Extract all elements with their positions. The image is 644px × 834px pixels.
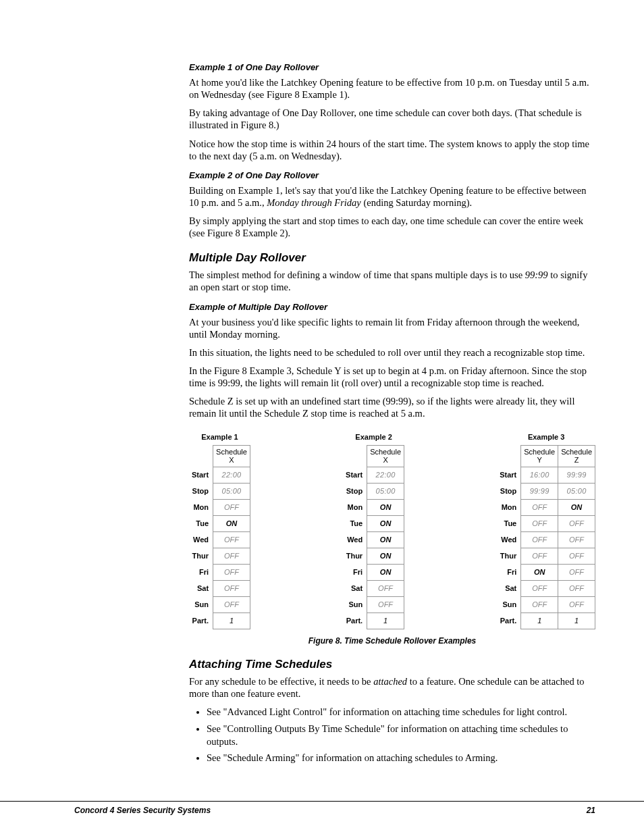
schedule-column-header: ScheduleY — [521, 446, 558, 467]
example-title: Example 1 — [189, 433, 250, 441]
heading-attaching: Attaching Time Schedules — [189, 658, 595, 671]
bullet-item: See "Controlling Outputs By Time Schedul… — [207, 723, 595, 748]
bullet-item: See "Schedule Arming" for information on… — [207, 752, 595, 764]
schedule-row-label: Tue — [343, 515, 367, 531]
schedule-row-label: Sat — [497, 580, 521, 596]
text: (ending Saturday morning). — [361, 197, 472, 208]
schedule-cell: 1 — [213, 613, 250, 629]
schedule-row-label: Sat — [189, 580, 213, 596]
schedule-cell: ON — [367, 548, 404, 564]
schedule-row-label: Wed — [343, 531, 367, 548]
schedule-cell: OFF — [521, 531, 558, 548]
example-1-block: Example 1ScheduleXStart22:00Stop05:00Mon… — [189, 433, 250, 629]
heading-example2: Example 2 of One Day Rollover — [189, 170, 595, 180]
schedule-row-label: Tue — [189, 515, 213, 531]
schedule-row-label: Mon — [497, 499, 521, 515]
schedule-row-label: Start — [497, 467, 521, 483]
schedule-cell: 22:00 — [213, 467, 250, 483]
schedule-row-label: Fri — [497, 564, 521, 580]
schedule-cell: ON — [521, 564, 558, 580]
schedule-row-label: Sat — [343, 580, 367, 596]
example-title: Example 2 — [343, 433, 404, 441]
example-title: Example 3 — [497, 433, 595, 441]
schedule-row-label: Part. — [497, 613, 521, 629]
schedule-cell: 1 — [367, 613, 404, 629]
figure-8: Example 1ScheduleXStart22:00Stop05:00Mon… — [189, 433, 595, 629]
schedule-row-label: Mon — [343, 499, 367, 515]
schedule-cell: ON — [213, 515, 250, 531]
schedule-cell: OFF — [367, 596, 404, 613]
schedule-cell: OFF — [213, 564, 250, 580]
schedule-cell: 1 — [521, 613, 558, 629]
para: Notice how the stop time is within 24 ho… — [189, 138, 595, 162]
emphasis: attached — [373, 676, 407, 687]
schedule-row-label: Tue — [497, 515, 521, 531]
page-footer: Concord 4 Series Security Systems 21 — [0, 801, 644, 815]
schedule-cell: OFF — [521, 515, 558, 531]
schedule-row-label: Fri — [189, 564, 213, 580]
schedule-column-header: ScheduleX — [367, 446, 404, 467]
schedule-cell: 16:00 — [521, 467, 558, 483]
schedule-cell: ON — [367, 515, 404, 531]
schedule-cell: 05:00 — [367, 483, 404, 499]
schedule-row-label: Stop — [343, 483, 367, 499]
para: At your business you'd like specific lig… — [189, 316, 595, 340]
schedule-cell: OFF — [558, 564, 595, 580]
schedule-cell: 99:99 — [558, 467, 595, 483]
schedule-cell: OFF — [213, 548, 250, 564]
schedule-cell: 1 — [558, 613, 595, 629]
para: For any schedule to be effective, it nee… — [189, 675, 595, 700]
schedule-cell: OFF — [367, 580, 404, 596]
schedule-row-label: Stop — [189, 483, 213, 499]
schedule-cell: OFF — [213, 499, 250, 515]
schedule-cell: 05:00 — [558, 483, 595, 499]
schedule-row-label: Fri — [343, 564, 367, 580]
schedule-cell: OFF — [558, 515, 595, 531]
schedule-cell: OFF — [213, 596, 250, 613]
schedule-row-label: Wed — [497, 531, 521, 548]
schedule-cell: OFF — [558, 531, 595, 548]
schedule-cell: ON — [367, 499, 404, 515]
example-2-block: Example 2ScheduleXStart22:00Stop05:00Mon… — [343, 433, 404, 629]
heading-example1: Example 1 of One Day Rollover — [189, 62, 595, 72]
schedule-cell: OFF — [558, 596, 595, 613]
schedule-cell: OFF — [521, 596, 558, 613]
schedule-row-label: Sun — [343, 596, 367, 613]
text: The simplest method for defining a windo… — [189, 269, 525, 280]
para: By taking advantage of One Day Rollover,… — [189, 107, 595, 131]
para: The simplest method for defining a windo… — [189, 269, 595, 293]
para: In the Figure 8 Example 3, Schedule Y is… — [189, 365, 595, 389]
schedule-row-label: Thur — [497, 548, 521, 564]
schedule-row-label: Start — [189, 467, 213, 483]
footer-title: Concord 4 Series Security Systems — [74, 806, 211, 815]
schedule-row-label: Mon — [189, 499, 213, 515]
schedule-row-label: Thur — [189, 548, 213, 564]
emphasis: Monday through Friday — [267, 197, 361, 208]
schedule-row-label: Sun — [497, 596, 521, 613]
footer-page-number: 21 — [587, 806, 595, 815]
schedule-cell: OFF — [558, 548, 595, 564]
schedule-cell: OFF — [521, 580, 558, 596]
bullet-item: See "Advanced Light Control" for informa… — [207, 706, 595, 719]
schedule-row-label: Part. — [189, 613, 213, 629]
heading-multiple-day: Multiple Day Rollover — [189, 251, 595, 265]
emphasis: 99:99 — [525, 269, 548, 280]
schedule-cell: OFF — [213, 531, 250, 548]
schedule-cell: OFF — [558, 580, 595, 596]
example-3-block: Example 3ScheduleYScheduleZStart16:0099:… — [497, 433, 595, 629]
para: By simply applying the start and stop ti… — [189, 215, 595, 239]
para: Building on Example 1, let's say that yo… — [189, 184, 595, 209]
schedule-row-label: Wed — [189, 531, 213, 548]
schedule-cell: ON — [367, 531, 404, 548]
schedule-row-label: Stop — [497, 483, 521, 499]
schedule-table: ScheduleXStart22:00Stop05:00MonONTueONWe… — [343, 445, 404, 629]
para: In this situation, the lights need to be… — [189, 346, 595, 359]
schedule-cell: 99:99 — [521, 483, 558, 499]
schedule-cell: OFF — [521, 499, 558, 515]
text: For any schedule to be effective, it nee… — [189, 676, 373, 687]
bullet-list: See "Advanced Light Control" for informa… — [189, 706, 595, 764]
schedule-row-label: Start — [343, 467, 367, 483]
schedule-cell: 05:00 — [213, 483, 250, 499]
schedule-column-header: ScheduleX — [213, 446, 250, 467]
para: Schedule Z is set up with an undefined s… — [189, 395, 595, 419]
